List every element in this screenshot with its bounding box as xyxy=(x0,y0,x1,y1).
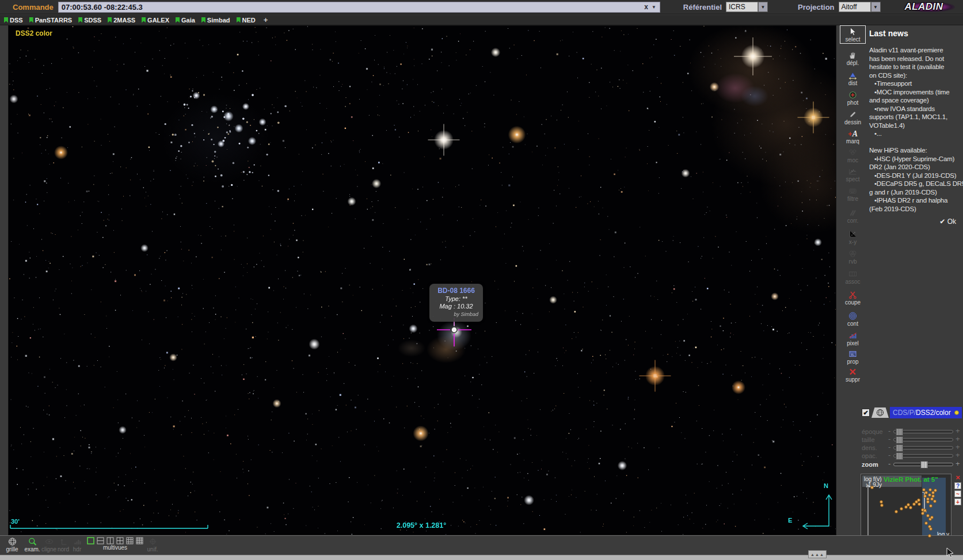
plot-data-point[interactable] xyxy=(923,509,927,512)
command-input[interactable] xyxy=(59,3,641,12)
server-tab-dss[interactable]: DSS xyxy=(4,17,23,24)
news-ok-button[interactable]: ✔ Ok xyxy=(869,218,963,226)
tool-suppr[interactable]: suppr xyxy=(838,367,868,383)
cont-icon xyxy=(848,311,858,321)
plot-data-point[interactable] xyxy=(870,486,874,489)
layer-row[interactable]: ✔ CDS/P/DSS2/color xyxy=(862,406,962,419)
aladin-window: Commande x ▼ Référentiel ICRS ▼ Projecti… xyxy=(0,0,963,560)
multiview-4-icon[interactable] xyxy=(116,537,124,544)
cursor-icon xyxy=(848,27,858,36)
marker-icon: +A xyxy=(838,129,868,138)
plot-help-icon[interactable]: ? xyxy=(954,482,961,489)
referential-combo[interactable]: ICRS ▼ xyxy=(726,2,768,12)
referential-value[interactable]: ICRS xyxy=(726,2,758,12)
server-tab-sdss[interactable]: SDSS xyxy=(78,17,101,24)
news-line: •... xyxy=(869,129,963,138)
tool-cont[interactable]: cont xyxy=(838,311,868,327)
plot-data-point[interactable] xyxy=(909,506,912,509)
layer-checkbox[interactable]: ✔ xyxy=(862,409,870,417)
slider-track[interactable] xyxy=(893,454,953,458)
slider-track[interactable] xyxy=(893,446,953,449)
prop-icon xyxy=(848,349,858,359)
slider-plus[interactable]: + xyxy=(956,435,960,443)
server-tab-ned[interactable]: NED xyxy=(237,17,256,24)
plot-data-point[interactable] xyxy=(926,500,930,504)
plot-data-point[interactable] xyxy=(895,510,898,513)
bottom-tool-hdr: hdr xyxy=(70,537,84,553)
tool-dessin[interactable]: dessin xyxy=(838,110,868,125)
sky-view[interactable]: DSS2 color 30' 2.095° x 1.281° N E BD-08… xyxy=(8,25,836,535)
slider-track[interactable] xyxy=(893,463,953,466)
slider-track[interactable] xyxy=(893,430,953,433)
server-tab-2mass[interactable]: 2MASS xyxy=(108,17,135,24)
plot-data-point[interactable] xyxy=(880,500,883,504)
projection-dropdown-icon[interactable]: ▼ xyxy=(871,2,881,12)
server-tab-galex[interactable]: GALEX xyxy=(142,17,169,24)
plot-data-point[interactable] xyxy=(928,493,931,497)
slider-plus[interactable]: + xyxy=(956,451,960,459)
filtre-icon xyxy=(848,186,858,196)
tool-marq[interactable]: +Amarq xyxy=(838,129,868,144)
command-input-wrap: x ▼ xyxy=(58,2,660,13)
tool-phot[interactable]: phot xyxy=(838,90,868,106)
slider-plus[interactable]: + xyxy=(956,459,960,468)
plot-add-icon[interactable]: + xyxy=(954,498,961,505)
plot-data-point[interactable] xyxy=(900,507,903,511)
command-history-dropdown-icon[interactable]: ▼ xyxy=(652,5,660,10)
tooltip-object-name[interactable]: BD-08 1666 xyxy=(429,284,483,295)
server-tab-panstarrs[interactable]: PanSTARRS xyxy=(29,17,73,24)
slider-thumb[interactable] xyxy=(896,428,903,436)
bottom-tool-unif: unif. xyxy=(144,537,161,553)
add-server-tab[interactable]: + xyxy=(264,16,268,24)
slider-track[interactable] xyxy=(893,438,953,441)
multiview-16-icon[interactable] xyxy=(136,537,143,544)
aladin-logo: ALADIN xyxy=(889,0,958,14)
slider-minus[interactable]: - xyxy=(888,443,890,451)
slider-minus[interactable]: - xyxy=(888,426,890,435)
coupe-icon xyxy=(848,290,858,299)
projection-value[interactable]: Aitoff xyxy=(839,2,871,12)
slider-thumb[interactable] xyxy=(920,461,928,468)
plot-data-point[interactable] xyxy=(917,498,920,502)
plot-data-point[interactable] xyxy=(933,500,937,503)
plot-data-point[interactable] xyxy=(921,512,924,515)
layer-label[interactable]: CDS/P/DSS2/color xyxy=(890,407,962,418)
clear-command-icon[interactable]: x xyxy=(641,2,652,12)
slider-minus[interactable]: - xyxy=(888,435,890,443)
projection-combo[interactable]: Aitoff ▼ xyxy=(839,2,881,12)
tool-pixel[interactable]: pixel xyxy=(838,331,868,346)
server-tab-simbad[interactable]: Simbad xyxy=(201,17,230,24)
tooltip-credit: by Simbad xyxy=(429,311,483,317)
bottom-tool-exam[interactable]: exam. xyxy=(23,537,41,553)
mouse-cursor xyxy=(946,547,954,559)
slider-opac: opac.-+ xyxy=(838,452,963,460)
spect-icon xyxy=(848,167,858,176)
slider-thumb[interactable] xyxy=(896,436,903,444)
slider-plus[interactable]: + xyxy=(956,443,960,451)
server-tab-gaia[interactable]: Gaia xyxy=(176,17,195,24)
plot-close-icon[interactable]: × xyxy=(954,474,961,481)
multiview-3-icon[interactable] xyxy=(106,537,114,544)
tool-select[interactable]: select xyxy=(840,25,866,44)
tool-prop[interactable]: prop xyxy=(838,349,868,365)
news-line: •new IVOA standards xyxy=(869,105,963,113)
stack-expand-arrows[interactable]: ▲▲▲ xyxy=(808,550,827,558)
referential-dropdown-icon[interactable]: ▼ xyxy=(758,2,768,12)
slider-thumb[interactable] xyxy=(896,444,903,452)
multiview-9-icon[interactable] xyxy=(126,537,134,544)
bottom-tool-grille[interactable]: grille xyxy=(1,537,23,553)
slider-thumb[interactable] xyxy=(896,452,903,460)
multiview-1-icon[interactable] xyxy=(87,537,94,544)
bottom-tool-multivues[interactable]: multivues xyxy=(86,537,144,551)
tool-coupe[interactable]: coupe xyxy=(838,290,868,306)
plot-data-point[interactable] xyxy=(930,516,934,519)
layer-projection-icon[interactable] xyxy=(871,407,889,418)
slider-minus[interactable]: - xyxy=(888,451,890,459)
slider-minus[interactable]: - xyxy=(888,459,890,468)
multiview-2-icon[interactable] xyxy=(97,537,104,544)
tool-dist[interactable]: dist xyxy=(838,71,868,86)
tool-dpl[interactable]: dépl. xyxy=(838,51,868,66)
slider-zoom[interactable]: zoom-+ xyxy=(838,461,963,469)
plot-wave-icon[interactable]: ~ xyxy=(954,490,961,497)
slider-plus[interactable]: + xyxy=(956,426,960,435)
